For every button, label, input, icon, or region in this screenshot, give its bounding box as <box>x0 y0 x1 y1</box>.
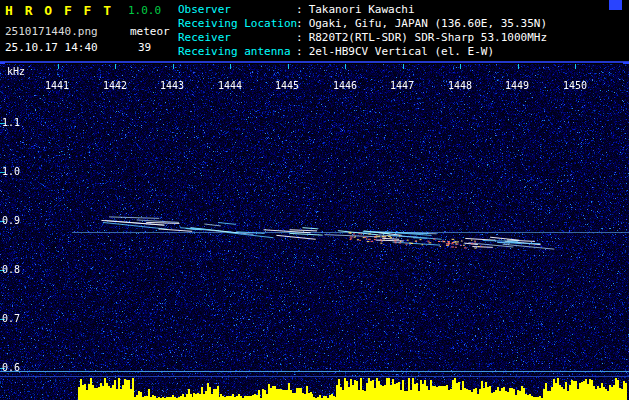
y-tick-label: 0.9 <box>2 215 22 227</box>
app-title: H R O F F T <box>5 3 113 18</box>
info-value: Takanori Kawachi <box>309 3 415 16</box>
info-separator: : <box>296 31 303 44</box>
x-tick-label: 1445 <box>274 80 300 92</box>
y-tick-label: 1.1 <box>2 117 22 129</box>
observer-info-block: Observer:Takanori Kawachi Receiving Loca… <box>178 3 547 59</box>
info-row-observer: Observer:Takanori Kawachi <box>178 3 547 17</box>
info-separator: : <box>296 3 303 16</box>
y-tick-label: 0.8 <box>2 264 22 276</box>
info-label: Receiver <box>178 31 296 45</box>
y-tick-label: 1.0 <box>2 166 22 178</box>
info-row-antenna: Receiving antenna:2el-HB9CV Vertical (el… <box>178 45 547 59</box>
y-tick-label: 0.7 <box>2 313 22 325</box>
info-row-location: Receiving Location:Ogaki, Gifu, JAPAN (1… <box>178 17 547 31</box>
x-tick-label: 1449 <box>504 80 530 92</box>
info-label: Receiving Location <box>178 17 296 31</box>
hrofft-window: H R O F F T 1.0.0 2510171440.png meteor … <box>0 0 629 400</box>
app-version: 1.0.0 <box>128 4 161 18</box>
info-value: R820T2(RTL-SDR) SDR-Sharp 53.1000MHz <box>309 31 547 44</box>
info-separator: : <box>296 17 303 30</box>
mode-label: meteor <box>130 25 170 39</box>
info-label: Receiving antenna <box>178 45 296 59</box>
x-tick-label: 1441 <box>44 80 70 92</box>
x-tick-label: 1443 <box>159 80 185 92</box>
x-tick-label: 1444 <box>217 80 243 92</box>
info-separator: : <box>296 45 303 58</box>
spectrogram <box>0 64 629 400</box>
info-row-receiver: Receiver:R820T2(RTL-SDR) SDR-Sharp 53.10… <box>178 31 547 45</box>
y-tick-label: 0.6 <box>2 362 22 374</box>
echo-count: 39 <box>138 41 151 55</box>
x-tick-label: 1447 <box>389 80 415 92</box>
corner-marker-icon <box>609 0 622 10</box>
info-label: Observer <box>178 3 296 17</box>
y-axis-unit-label: kHz <box>7 66 25 78</box>
x-tick-label: 1448 <box>447 80 473 92</box>
x-tick-label: 1450 <box>562 80 588 92</box>
header-separator-line <box>0 61 629 63</box>
x-tick-label: 1446 <box>332 80 358 92</box>
datetime-label: 25.10.17 14:40 <box>5 41 98 55</box>
output-filename: 2510171440.png <box>5 25 98 39</box>
x-tick-label: 1442 <box>102 80 128 92</box>
info-value: 2el-HB9CV Vertical (el. E-W) <box>309 45 494 58</box>
info-value: Ogaki, Gifu, JAPAN (136.60E, 35.35N) <box>309 17 547 30</box>
